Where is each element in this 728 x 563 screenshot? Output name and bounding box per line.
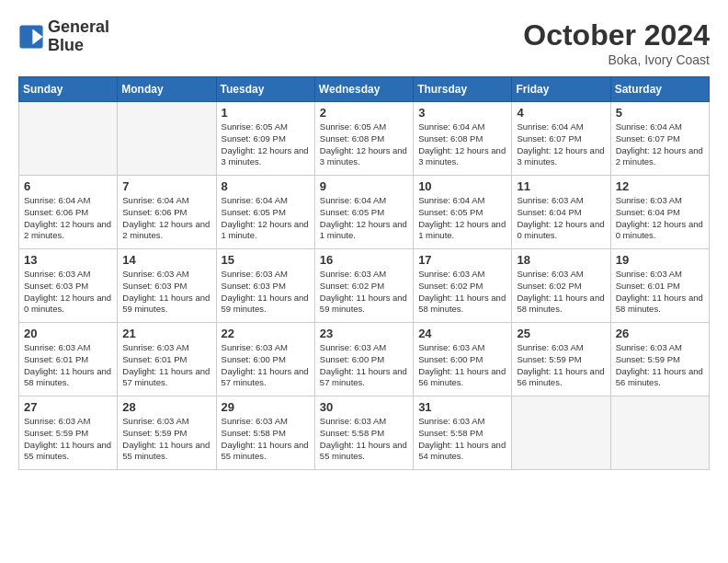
calendar-cell: 12Sunrise: 6:03 AMSunset: 6:04 PMDayligh… xyxy=(610,176,709,249)
weekday-header-row: SundayMondayTuesdayWednesdayThursdayFrid… xyxy=(19,77,710,102)
day-number: 23 xyxy=(320,327,408,340)
calendar-cell: 23Sunrise: 6:03 AMSunset: 6:00 PMDayligh… xyxy=(314,323,413,396)
day-number: 16 xyxy=(320,253,408,267)
calendar-cell xyxy=(19,102,118,176)
calendar-cell xyxy=(118,102,216,176)
day-number: 6 xyxy=(24,179,112,193)
calendar-table: SundayMondayTuesdayWednesdayThursdayFrid… xyxy=(18,76,710,470)
calendar-cell: 7Sunrise: 6:04 AMSunset: 6:06 PMDaylight… xyxy=(118,176,216,249)
calendar-cell xyxy=(512,396,610,470)
logo: General Blue xyxy=(18,18,109,55)
weekday-wednesday: Wednesday xyxy=(314,77,413,102)
calendar-cell: 22Sunrise: 6:03 AMSunset: 6:00 PMDayligh… xyxy=(216,323,314,396)
weekday-thursday: Thursday xyxy=(414,77,512,102)
logo-text: General Blue xyxy=(48,18,109,55)
calendar-cell: 30Sunrise: 6:03 AMSunset: 5:58 PMDayligh… xyxy=(314,396,413,470)
cell-info: Sunrise: 6:03 AMSunset: 5:59 PMDaylight:… xyxy=(517,342,605,389)
calendar-cell: 3Sunrise: 6:04 AMSunset: 6:08 PMDaylight… xyxy=(414,102,512,176)
calendar-cell: 5Sunrise: 6:04 AMSunset: 6:07 PMDaylight… xyxy=(610,102,709,176)
day-number: 3 xyxy=(418,106,506,120)
cell-info: Sunrise: 6:03 AMSunset: 6:02 PMDaylight:… xyxy=(517,269,605,316)
cell-info: Sunrise: 6:04 AMSunset: 6:05 PMDaylight:… xyxy=(222,195,310,242)
cell-info: Sunrise: 6:03 AMSunset: 6:02 PMDaylight:… xyxy=(320,269,408,316)
day-number: 2 xyxy=(320,106,408,120)
day-number: 25 xyxy=(517,327,605,340)
day-number: 29 xyxy=(222,400,310,414)
calendar-week-5: 27Sunrise: 6:03 AMSunset: 5:59 PMDayligh… xyxy=(19,396,710,470)
day-number: 9 xyxy=(320,179,408,193)
calendar-cell: 19Sunrise: 6:03 AMSunset: 6:01 PMDayligh… xyxy=(610,249,709,323)
day-number: 26 xyxy=(616,327,704,340)
title-block: October 2024 Boka, Ivory Coast xyxy=(523,18,710,67)
calendar-cell: 16Sunrise: 6:03 AMSunset: 6:02 PMDayligh… xyxy=(314,249,413,323)
day-number: 28 xyxy=(122,400,210,414)
day-number: 13 xyxy=(24,253,112,267)
calendar-cell: 17Sunrise: 6:03 AMSunset: 6:02 PMDayligh… xyxy=(414,249,512,323)
cell-info: Sunrise: 6:03 AMSunset: 5:59 PMDaylight:… xyxy=(24,416,112,463)
calendar-body: 1Sunrise: 6:05 AMSunset: 6:09 PMDaylight… xyxy=(19,102,710,470)
calendar-cell: 8Sunrise: 6:04 AMSunset: 6:05 PMDaylight… xyxy=(216,176,314,249)
cell-info: Sunrise: 6:03 AMSunset: 6:00 PMDaylight:… xyxy=(222,342,310,389)
cell-info: Sunrise: 6:04 AMSunset: 6:05 PMDaylight:… xyxy=(320,195,408,242)
day-number: 1 xyxy=(222,106,310,120)
day-number: 30 xyxy=(320,400,408,414)
cell-info: Sunrise: 6:04 AMSunset: 6:07 PMDaylight:… xyxy=(517,121,605,168)
day-number: 21 xyxy=(122,327,210,340)
weekday-saturday: Saturday xyxy=(610,77,709,102)
cell-info: Sunrise: 6:03 AMSunset: 6:04 PMDaylight:… xyxy=(517,195,605,242)
calendar-cell: 2Sunrise: 6:05 AMSunset: 6:08 PMDaylight… xyxy=(314,102,413,176)
calendar-cell: 21Sunrise: 6:03 AMSunset: 6:01 PMDayligh… xyxy=(118,323,216,396)
cell-info: Sunrise: 6:03 AMSunset: 5:59 PMDaylight:… xyxy=(616,342,704,389)
location-title: Boka, Ivory Coast xyxy=(523,52,710,67)
cell-info: Sunrise: 6:03 AMSunset: 6:03 PMDaylight:… xyxy=(222,269,310,316)
calendar-cell: 28Sunrise: 6:03 AMSunset: 5:59 PMDayligh… xyxy=(118,396,216,470)
calendar-cell: 1Sunrise: 6:05 AMSunset: 6:09 PMDaylight… xyxy=(216,102,314,176)
cell-info: Sunrise: 6:03 AMSunset: 6:00 PMDaylight:… xyxy=(320,342,408,389)
cell-info: Sunrise: 6:04 AMSunset: 6:05 PMDaylight:… xyxy=(418,195,506,242)
calendar-cell: 29Sunrise: 6:03 AMSunset: 5:58 PMDayligh… xyxy=(216,396,314,470)
weekday-sunday: Sunday xyxy=(19,77,118,102)
day-number: 8 xyxy=(222,179,310,193)
cell-info: Sunrise: 6:04 AMSunset: 6:06 PMDaylight:… xyxy=(24,195,112,242)
cell-info: Sunrise: 6:03 AMSunset: 6:01 PMDaylight:… xyxy=(616,269,704,316)
calendar-cell: 11Sunrise: 6:03 AMSunset: 6:04 PMDayligh… xyxy=(512,176,610,249)
calendar-cell: 9Sunrise: 6:04 AMSunset: 6:05 PMDaylight… xyxy=(314,176,413,249)
cell-info: Sunrise: 6:03 AMSunset: 5:58 PMDaylight:… xyxy=(418,416,506,463)
calendar-cell: 27Sunrise: 6:03 AMSunset: 5:59 PMDayligh… xyxy=(19,396,118,470)
header: General Blue October 2024 Boka, Ivory Co… xyxy=(18,18,710,67)
day-number: 12 xyxy=(616,179,704,193)
calendar-cell: 24Sunrise: 6:03 AMSunset: 6:00 PMDayligh… xyxy=(414,323,512,396)
calendar-cell: 25Sunrise: 6:03 AMSunset: 5:59 PMDayligh… xyxy=(512,323,610,396)
day-number: 7 xyxy=(122,179,210,193)
weekday-tuesday: Tuesday xyxy=(216,77,314,102)
cell-info: Sunrise: 6:03 AMSunset: 5:58 PMDaylight:… xyxy=(320,416,408,463)
cell-info: Sunrise: 6:03 AMSunset: 6:03 PMDaylight:… xyxy=(24,269,112,316)
day-number: 20 xyxy=(24,327,112,340)
cell-info: Sunrise: 6:05 AMSunset: 6:08 PMDaylight:… xyxy=(320,121,408,168)
calendar-week-3: 13Sunrise: 6:03 AMSunset: 6:03 PMDayligh… xyxy=(19,249,710,323)
calendar-cell: 6Sunrise: 6:04 AMSunset: 6:06 PMDaylight… xyxy=(19,176,118,249)
calendar-cell: 18Sunrise: 6:03 AMSunset: 6:02 PMDayligh… xyxy=(512,249,610,323)
month-title: October 2024 xyxy=(523,18,710,52)
day-number: 4 xyxy=(517,106,605,120)
day-number: 15 xyxy=(222,253,310,267)
cell-info: Sunrise: 6:03 AMSunset: 6:04 PMDaylight:… xyxy=(616,195,704,242)
day-number: 31 xyxy=(418,400,506,414)
calendar-week-2: 6Sunrise: 6:04 AMSunset: 6:06 PMDaylight… xyxy=(19,176,710,249)
day-number: 11 xyxy=(517,179,605,193)
weekday-friday: Friday xyxy=(512,77,610,102)
weekday-monday: Monday xyxy=(118,77,216,102)
calendar-cell: 10Sunrise: 6:04 AMSunset: 6:05 PMDayligh… xyxy=(414,176,512,249)
day-number: 5 xyxy=(616,106,704,120)
cell-info: Sunrise: 6:05 AMSunset: 6:09 PMDaylight:… xyxy=(222,121,310,168)
day-number: 27 xyxy=(24,400,112,414)
cell-info: Sunrise: 6:03 AMSunset: 6:03 PMDaylight:… xyxy=(122,269,210,316)
cell-info: Sunrise: 6:03 AMSunset: 5:58 PMDaylight:… xyxy=(222,416,310,463)
cell-info: Sunrise: 6:04 AMSunset: 6:07 PMDaylight:… xyxy=(616,121,704,168)
day-number: 24 xyxy=(418,327,506,340)
cell-info: Sunrise: 6:03 AMSunset: 6:00 PMDaylight:… xyxy=(418,342,506,389)
day-number: 17 xyxy=(418,253,506,267)
cell-info: Sunrise: 6:04 AMSunset: 6:08 PMDaylight:… xyxy=(418,121,506,168)
calendar-cell: 20Sunrise: 6:03 AMSunset: 6:01 PMDayligh… xyxy=(19,323,118,396)
cell-info: Sunrise: 6:03 AMSunset: 6:01 PMDaylight:… xyxy=(122,342,210,389)
